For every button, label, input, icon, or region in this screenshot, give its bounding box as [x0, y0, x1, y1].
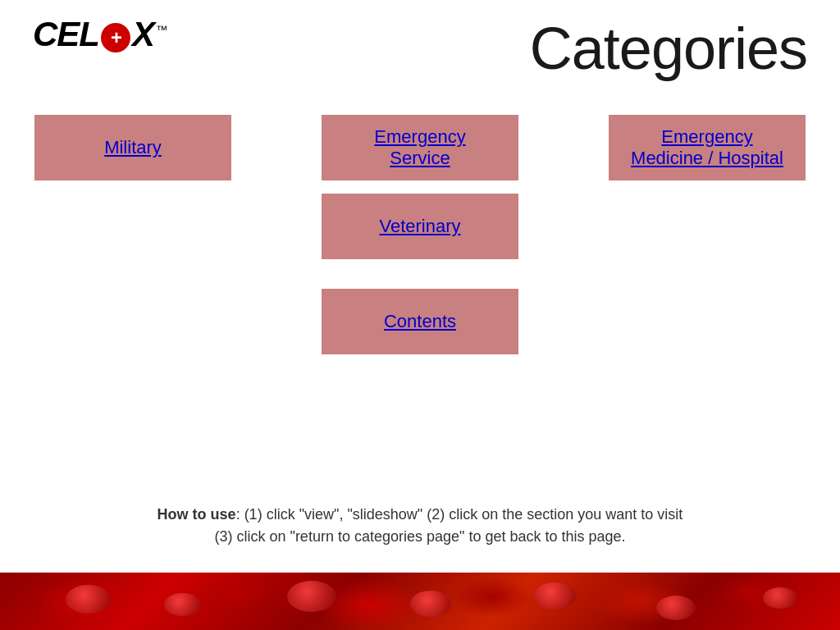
category-military[interactable]: Military	[34, 115, 231, 180]
blood-cell-1	[66, 585, 111, 614]
header: CELX™ Categories	[0, 0, 840, 82]
logo-trademark: ™	[156, 23, 167, 36]
instructions-text: : (1) click "view", "slideshow" (2) clic…	[214, 506, 682, 545]
blood-cell-6	[656, 596, 696, 620]
footer-blood-bar	[0, 573, 840, 630]
category-emergency-medicine[interactable]: EmergencyMedicine / Hospital	[609, 115, 806, 180]
emergency-service-label: EmergencyService	[374, 126, 465, 170]
categories-grid: Military EmergencyService EmergencyMedic…	[0, 115, 840, 368]
category-emergency-service[interactable]: EmergencyService	[322, 115, 518, 180]
emergency-medicine-label: EmergencyMedicine / Hospital	[631, 126, 783, 170]
blood-cell-7	[763, 587, 797, 609]
categories-row-3: Contents	[34, 289, 806, 354]
categories-row-2: Veterinary	[34, 194, 806, 259]
blood-cell-3	[287, 581, 336, 612]
veterinary-label: Veterinary	[379, 216, 460, 237]
blood-cell-5	[533, 582, 576, 609]
page-title: Categories	[530, 15, 807, 82]
blood-cell-2	[164, 593, 201, 616]
instructions-bold: How to use	[158, 506, 236, 523]
logo-cross-icon	[101, 23, 130, 52]
military-label: Military	[104, 137, 162, 158]
instructions: How to use: (1) click "view", "slideshow…	[33, 504, 807, 548]
category-veterinary[interactable]: Veterinary	[322, 194, 518, 259]
logo: CELX™	[33, 15, 167, 54]
contents-label: Contents	[384, 311, 456, 332]
categories-row-1: Military EmergencyService EmergencyMedic…	[34, 115, 806, 180]
logo-text: CELX™	[33, 15, 167, 54]
blood-cell-4	[410, 591, 451, 617]
category-contents[interactable]: Contents	[322, 289, 518, 354]
